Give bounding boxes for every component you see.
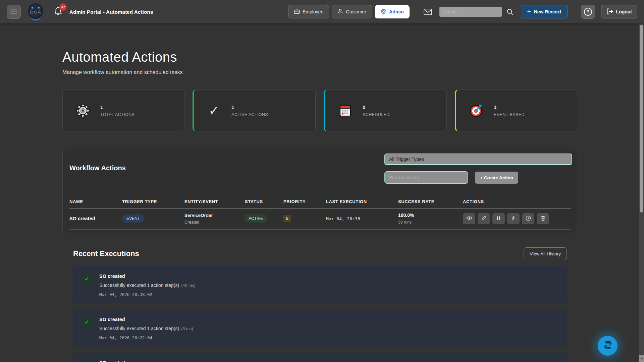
stat-value: 1: [494, 104, 525, 110]
execution-item: ✓ SO created Successfully executed 1 act…: [73, 266, 567, 303]
pause-button[interactable]: [492, 213, 505, 224]
col-name: NAME: [69, 199, 122, 204]
stat-card-scheduled: 0 SCHEDULED: [324, 89, 447, 131]
status-badge: ACTIVE: [245, 215, 267, 223]
success-rate: 100.0%: [398, 213, 463, 218]
logout-button[interactable]: Logout: [601, 5, 637, 18]
delete-button[interactable]: [537, 213, 549, 224]
runs-count: 39 runs: [398, 220, 463, 225]
trigger-type-badge: EVENT: [122, 215, 144, 223]
view-all-history-button[interactable]: View All History: [524, 247, 567, 260]
execution-message: Successfully executed 1 action step(s): [99, 326, 179, 331]
execution-duration: (40 ms): [181, 283, 195, 288]
page-title: Automated Actions: [62, 50, 182, 65]
pencil-icon: [481, 216, 486, 222]
stats-row: 1 TOTAL ACTIONS ✓ 1 ACTIVE ACTIONS 0: [62, 89, 578, 131]
col-trigger-type: TRIGGER TYPE: [122, 199, 184, 204]
execution-item: ✓ SO created: [73, 353, 567, 362]
stat-label: EVENT-BASED: [494, 112, 525, 117]
lightning-icon: [512, 216, 515, 222]
tab-customer[interactable]: Customer: [332, 5, 372, 18]
help-button[interactable]: ?: [581, 5, 595, 19]
execution-title: SO created: [99, 273, 196, 279]
eye-icon: [466, 216, 472, 221]
search-icon[interactable]: [506, 8, 514, 15]
notification-badge: 37: [59, 3, 67, 11]
workflow-table: NAME TRIGGER TYPE ENTITY/EVENT STATUS PR…: [69, 197, 571, 230]
hamburger-icon: [10, 8, 17, 15]
execution-item: ✓ SO created Successfully executed 1 act…: [73, 309, 567, 347]
hamburger-menu-button[interactable]: [7, 5, 21, 19]
workflow-heading: Workflow Actions: [69, 164, 126, 172]
tab-employee[interactable]: Employee: [288, 5, 329, 18]
notifications-button[interactable]: 37: [54, 7, 62, 17]
execution-message: Successfully executed 1 action step(s): [99, 283, 179, 288]
last-execution-time: Mar 04, 20:38: [326, 216, 398, 221]
page-scrollbar[interactable]: [639, 23, 644, 362]
execution-duration: (3 ms): [181, 326, 193, 331]
success-check-icon: ✓: [80, 273, 93, 285]
run-now-button[interactable]: [507, 213, 520, 224]
event-name: Created: [184, 220, 245, 225]
new-record-label: New Record: [534, 9, 561, 14]
trash-icon: [541, 216, 545, 222]
execution-title: SO created: [99, 359, 125, 362]
entity-name: ServiceOrder: [184, 213, 245, 218]
stat-card-total-actions: 1 TOTAL ACTIONS: [62, 89, 184, 131]
mail-icon[interactable]: [424, 9, 432, 15]
top-navbar: BOA 37 Admin Portal - Automated Actions …: [0, 0, 644, 23]
app-title: Admin Portal - Automated Actions: [69, 9, 153, 15]
page-subtitle: Manage workflow automation and scheduled…: [62, 69, 182, 75]
briefcase-icon: [294, 8, 300, 15]
tab-admin[interactable]: Admin: [375, 5, 410, 18]
target-icon: [469, 104, 484, 118]
stat-value: 1: [100, 104, 135, 110]
success-check-icon: ✓: [80, 316, 93, 328]
col-last-execution: LAST EXECUTION: [326, 199, 398, 204]
col-priority: PRIORITY: [283, 199, 326, 204]
scrollbar-down-button[interactable]: [639, 355, 644, 362]
chevron-down-icon: [640, 358, 643, 360]
tab-label: Admin: [389, 9, 404, 14]
plus-icon: +: [527, 8, 531, 15]
gear-icon: [380, 8, 386, 15]
calendar-icon: [338, 104, 353, 117]
scrollbar-thumb[interactable]: [640, 25, 643, 213]
create-action-button[interactable]: + Create Action: [475, 172, 518, 184]
tab-label: Employee: [303, 9, 323, 14]
history-button[interactable]: [522, 213, 534, 224]
tab-label: Customer: [346, 9, 366, 14]
stat-card-active-actions: ✓ 1 ACTIVE ACTIONS: [193, 89, 316, 131]
col-entity-event: ENTITY/EVENT: [184, 199, 245, 204]
stat-value: 1: [231, 104, 268, 110]
priority-badge: 5: [283, 215, 291, 222]
action-name: SO created: [69, 216, 122, 221]
bell-icon: [54, 11, 62, 16]
workflow-actions-panel: Workflow Actions All Trigger Types + Cre…: [62, 148, 578, 233]
stat-value: 0: [363, 104, 390, 110]
check-icon: ✓: [207, 103, 221, 118]
stat-label: SCHEDULED: [363, 112, 390, 117]
view-button[interactable]: [463, 213, 475, 224]
execution-title: SO created: [99, 316, 193, 322]
page-header: Automated Actions Manage workflow automa…: [62, 50, 182, 75]
execution-timestamp: Mar 04, 2026 20:38:02: [99, 292, 196, 297]
logo-text: BOA: [30, 9, 41, 15]
recent-executions-heading: Recent Executions: [73, 249, 139, 258]
global-search-input[interactable]: [439, 7, 502, 17]
col-status: STATUS: [245, 199, 283, 204]
col-success-rate: SUCCESS RATE: [398, 199, 463, 204]
table-header-row: NAME TRIGGER TYPE ENTITY/EVENT STATUS PR…: [69, 197, 571, 208]
question-icon: ?: [584, 8, 592, 16]
edit-button[interactable]: [478, 213, 490, 224]
snake-icon: [602, 340, 613, 352]
chat-assistant-button[interactable]: [598, 336, 618, 356]
gear-icon: [75, 104, 90, 118]
table-row: SO created EVENT ServiceOrder Created AC…: [69, 208, 571, 230]
portal-tabs: Employee Customer Admin: [288, 5, 410, 18]
trigger-type-select[interactable]: All Trigger Types: [384, 154, 572, 165]
new-record-button[interactable]: + New Record: [521, 5, 568, 18]
stat-label: ACTIVE ACTIONS: [231, 112, 268, 117]
row-actions: [463, 213, 571, 224]
actions-search-input[interactable]: [384, 171, 468, 184]
